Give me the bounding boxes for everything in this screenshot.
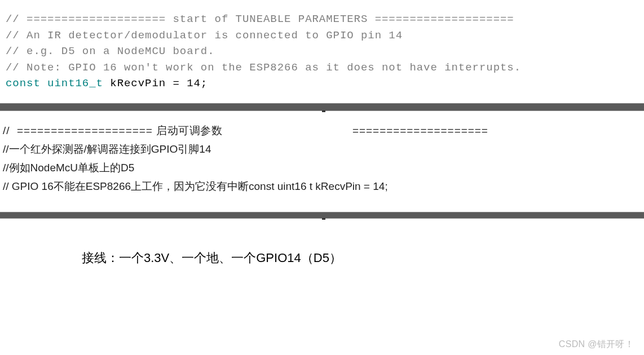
code-comment-line: // Note: GPIO 16 won't work on the ESP82… <box>6 60 644 76</box>
code-declaration-line: const uint16_t kRecvPin = 14; <box>6 76 644 92</box>
translation-line: //例如NodeMcU单板上的D5 <box>3 158 644 177</box>
section-divider <box>0 212 644 219</box>
code-block-chinese: // ==================== 启动可调参数 =========… <box>0 111 644 196</box>
section-divider <box>0 103 644 111</box>
code-comment-line: // An IR detector/demodulator is connect… <box>6 28 644 44</box>
code-comment-line: // e.g. D5 on a NodeMCU board. <box>6 43 644 60</box>
code-comment-line: // ==================== start of TUNEABL… <box>6 11 644 28</box>
type-keyword: const uint16_t <box>6 77 103 90</box>
translation-line: // GPIO 16不能在ESP8266上工作，因为它没有中断const uin… <box>3 177 644 196</box>
divider-tick-icon <box>322 110 325 112</box>
wiring-instruction: 接线：一个3.3V、一个地、一个GPIO14（D5） <box>0 219 644 267</box>
code-block-english: // ==================== start of TUNEABL… <box>0 0 644 92</box>
translation-line: //一个红外探测器/解调器连接到GPIO引脚14 <box>3 140 644 158</box>
translation-line: // ==================== 启动可调参数 =========… <box>3 121 644 140</box>
divider-tick-icon <box>322 218 325 220</box>
csdn-watermark: CSDN @错开呀！ <box>559 339 634 350</box>
variable-declaration: kRecvPin = 14; <box>103 77 208 90</box>
